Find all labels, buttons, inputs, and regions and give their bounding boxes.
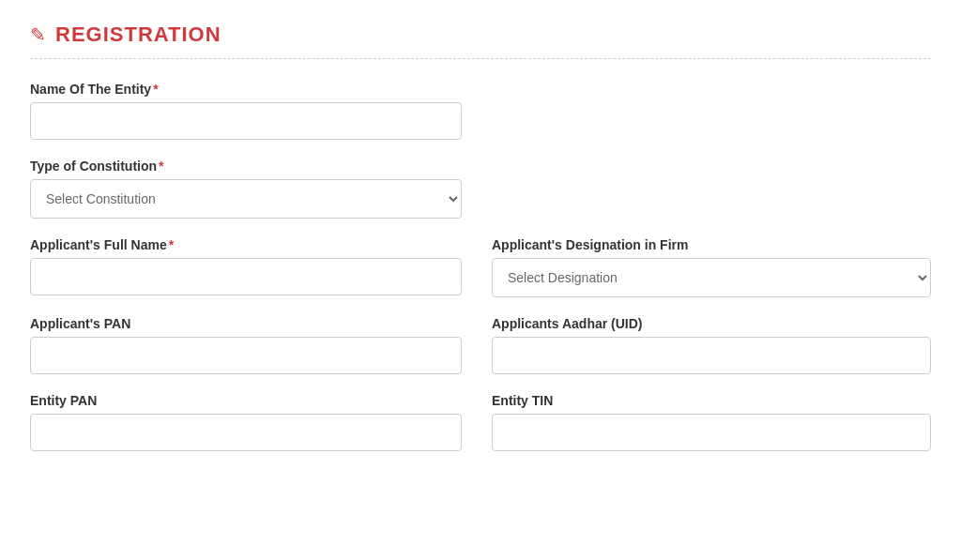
entity-tin-label: Entity TIN <box>492 393 931 408</box>
entity-name-label: Name Of The Entity* <box>30 82 462 97</box>
registration-form: Name Of The Entity* Type of Constitution… <box>30 82 931 451</box>
applicant-pan-label: Applicant's PAN <box>30 316 462 331</box>
applicant-name-input[interactable] <box>30 258 462 295</box>
page-title: REGISTRATION <box>55 23 221 47</box>
entity-pan-label: Entity PAN <box>30 393 462 408</box>
required-star-constitution: * <box>159 159 163 174</box>
applicant-name-label: Applicant's Full Name* <box>30 237 462 252</box>
designation-select[interactable]: Select Designation Proprietor Partner Di… <box>492 258 931 297</box>
entity-tin-group: Entity TIN <box>492 393 931 451</box>
aadhar-input[interactable] <box>492 337 931 374</box>
aadhar-group: Applicants Aadhar (UID) <box>492 316 931 374</box>
entity-pan-group: Entity PAN <box>30 393 462 451</box>
entity-tin-input[interactable] <box>492 414 931 451</box>
name-designation-row: Applicant's Full Name* Applicant's Desig… <box>30 237 931 297</box>
designation-group: Applicant's Designation in Firm Select D… <box>492 237 931 297</box>
entity-pan-input[interactable] <box>30 414 462 451</box>
applicant-name-group: Applicant's Full Name* <box>30 237 462 297</box>
constitution-label: Type of Constitution* <box>30 159 462 174</box>
applicant-pan-group: Applicant's PAN <box>30 316 462 374</box>
entity-name-group: Name Of The Entity* <box>30 82 462 140</box>
constitution-select[interactable]: Select Constitution Proprietorship Partn… <box>30 179 462 219</box>
pan-aadhar-row: Applicant's PAN Applicants Aadhar (UID) <box>30 316 931 374</box>
entity-name-input[interactable] <box>30 102 462 140</box>
edit-icon: ✎ <box>30 23 46 46</box>
required-star-name: * <box>169 237 174 252</box>
designation-label: Applicant's Designation in Firm <box>492 237 931 252</box>
applicant-pan-input[interactable] <box>30 337 462 374</box>
page-header: ✎ REGISTRATION <box>30 23 931 59</box>
aadhar-label: Applicants Aadhar (UID) <box>492 316 931 331</box>
required-star: * <box>153 82 158 97</box>
constitution-group: Type of Constitution* Select Constitutio… <box>30 159 462 219</box>
entity-pan-tin-row: Entity PAN Entity TIN <box>30 393 931 451</box>
